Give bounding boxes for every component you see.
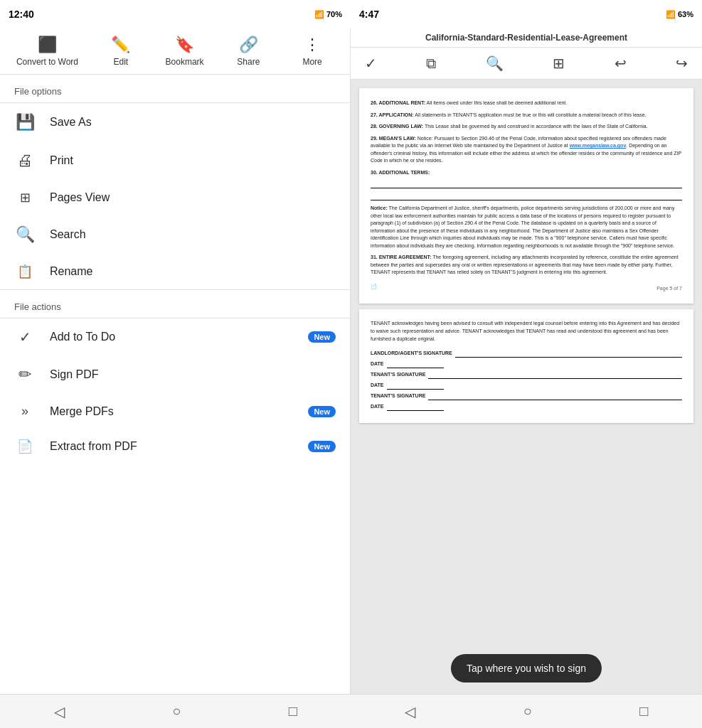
section-27: 27. APPLICATION: All statements in TENAN… [371,112,682,119]
pages-view-item[interactable]: ⊞ Pages View [0,180,350,215]
back-button-right[interactable]: ◁ [405,703,415,720]
save-as-icon: 💾 [14,113,36,132]
extract-pdf-badge: New [308,441,336,452]
sig-line-date-3: DATE [371,402,682,411]
sign-pdf-label: Sign PDF [50,368,336,381]
redo-button[interactable]: ↪ [670,52,693,75]
file-options-header: File options [0,75,350,102]
signature-section: TENANT acknowledges having been advised … [359,309,693,423]
pdf-toolbar: ✓ ⧉ 🔍 ⊞ ↩ ↪ [351,48,702,80]
add-to-do-icon: ✓ [14,328,36,346]
rename-label: Rename [50,265,336,278]
search-item[interactable]: 🔍 Search [0,215,350,254]
right-status-bar: 4:47 📶 63% [351,0,702,28]
bookmark-button[interactable]: 🔖 Bookmark [164,36,206,67]
convert-to-word-button[interactable]: ⬛ Convert to Word [16,36,78,67]
file-actions-header: File actions [0,290,350,318]
bookmark-label: Bookmark [166,57,204,67]
section-26: 26. ADDITIONAL RENT: All items owed unde… [371,100,682,107]
merge-pdfs-label: Merge PDFs [50,405,294,418]
right-status-icons: 📶 63% [666,10,693,19]
sign-pdf-icon: ✏ [14,365,36,384]
toolbar: ⬛ Convert to Word ✏️ Edit 🔖 Bookmark 🔗 S… [0,28,350,75]
merge-pdfs-icon: » [14,404,36,419]
edit-label: Edit [113,57,128,67]
recents-button-left[interactable]: □ [289,703,297,719]
share-label: Share [237,57,260,67]
pdf-content: 26. ADDITIONAL RENT: All items owed unde… [351,80,702,694]
left-status-bar: 12:40 📶 70% [0,0,351,28]
save-as-item[interactable]: 💾 Save As [0,103,350,141]
right-time: 4:47 [359,9,379,20]
copy-button[interactable]: ⧉ [420,53,442,75]
search-label: Search [50,228,336,241]
print-item[interactable]: 🖨 Print [0,141,350,180]
check-button[interactable]: ✓ [359,52,383,75]
pdf-page-num: Page 5 of 7 [656,285,682,293]
left-status-icons: 📶 70% [314,10,342,19]
extract-pdf-label: Extract from PDF [50,440,294,453]
save-as-label: Save As [50,116,336,129]
pages-view-icon: ⊞ [14,190,36,205]
right-panel: California-Standard-Residential-Lease-Ag… [351,28,702,694]
signature-intro: TENANT acknowledges having been advised … [371,319,682,343]
pages-view-label: Pages View [50,191,336,204]
right-bottom-nav: ◁ ○ □ [351,695,703,728]
print-icon: 🖨 [14,151,36,170]
edit-icon: ✏️ [111,36,130,54]
pdf-page-5: 26. ADDITIONAL RENT: All items owed unde… [359,88,693,304]
share-icon: 🔗 [239,36,258,54]
sig-line-tenant-1: TENANT'S SIGNATURE [371,370,682,379]
section-30: 30. ADDITIONAL TERMS: [371,169,682,201]
date-label-2: DATE [371,381,384,389]
sig-line-landlord: LANDLORD/AGENT'S SIGNATURE [371,349,682,358]
convert-icon: ⬛ [38,36,57,54]
section-28: 28. GOVERNING LAW: This Lease shall be g… [371,123,682,131]
grid-button[interactable]: ⊞ [547,52,570,75]
home-button-right[interactable]: ○ [523,703,532,719]
merge-pdfs-item[interactable]: » Merge PDFs New [0,394,350,429]
sig-line-date-2: DATE [371,381,682,390]
landlord-sig-label: LANDLORD/AGENT'S SIGNATURE [371,349,452,357]
bookmark-icon: 🔖 [175,36,194,54]
section-29: 29. MEGAN'S LAW: Notice: Pursuant to Sec… [371,135,682,165]
sign-pdf-item[interactable]: ✏ Sign PDF [0,355,350,394]
tenant-sig-label-2: TENANT'S SIGNATURE [371,392,425,400]
pdf-title: California-Standard-Residential-Lease-Ag… [351,28,702,48]
edit-button[interactable]: ✏️ Edit [100,36,142,67]
add-to-do-label: Add to To Do [50,331,294,343]
print-label: Print [50,154,336,167]
extract-pdf-icon: 📄 [14,439,36,454]
tenant-sig-label-1: TENANT'S SIGNATURE [371,370,425,378]
recents-button-right[interactable]: □ [639,703,648,719]
section-31: 31. ENTIRE AGREEMENT: The foregoing agre… [371,254,682,277]
back-button-left[interactable]: ◁ [54,703,65,720]
sig-line-date-1: DATE [371,360,682,368]
undo-button[interactable]: ↩ [609,52,632,75]
date-label-1: DATE [371,360,384,368]
rename-icon: 📋 [14,264,36,279]
more-label: More [302,57,321,67]
merge-pdfs-badge: New [308,406,336,417]
search-pdf-button[interactable]: 🔍 [480,52,509,75]
more-button[interactable]: ⋮ More [291,36,334,67]
share-button[interactable]: 🔗 Share [227,36,270,67]
left-time: 12:40 [9,9,34,20]
extract-pdf-item[interactable]: 📄 Extract from PDF New [0,429,350,464]
bottom-navigation: ◁ ○ □ ◁ ○ □ [0,694,702,728]
left-bottom-nav: ◁ ○ □ [0,695,351,728]
add-to-do-badge: New [308,331,336,343]
tap-tooltip[interactable]: Tap where you wish to sign [451,654,602,682]
left-panel: ⬛ Convert to Word ✏️ Edit 🔖 Bookmark 🔗 S… [0,28,351,694]
search-icon: 🔍 [14,225,36,244]
home-button-left[interactable]: ○ [172,703,181,719]
convert-label: Convert to Word [16,57,78,67]
section-notice: Notice: The California Department of Jus… [371,205,682,250]
more-icon: ⋮ [304,36,320,54]
date-label-3: DATE [371,402,384,410]
add-to-do-item[interactable]: ✓ Add to To Do New [0,318,350,355]
pdf-page-icon: 📄 [371,283,377,291]
rename-item[interactable]: 📋 Rename [0,254,350,289]
sig-line-tenant-2: TENANT'S SIGNATURE [371,392,682,400]
